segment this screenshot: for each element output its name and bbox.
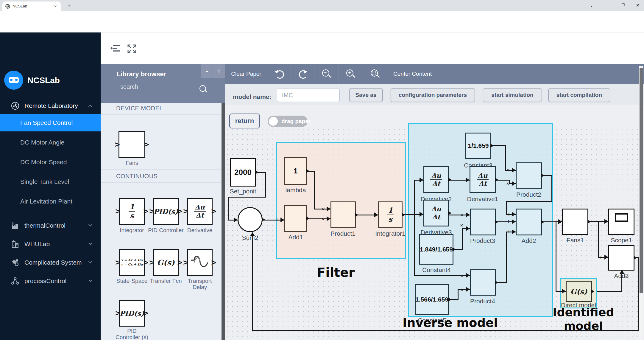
browser-tab-strip: NCSLab bbox=[0, 0, 644, 11]
return-button[interactable]: return bbox=[229, 114, 260, 128]
library-collapse-button[interactable]: - bbox=[201, 64, 213, 78]
vr-goggles-icon bbox=[9, 77, 19, 83]
sidebar: NCSLab Remote Laboratory Fan Speed Contr… bbox=[0, 32, 101, 340]
chevron-down-icon bbox=[88, 241, 92, 245]
block-direct-model[interactable]: G(s) bbox=[566, 281, 592, 302]
canvas-scrollbar-thumb[interactable] bbox=[640, 68, 643, 293]
drag-paper-knob[interactable] bbox=[269, 117, 278, 126]
block-constant3[interactable]: 1/1.659 bbox=[465, 133, 491, 159]
library-block-pid-controller[interactable]: >> PID(s) bbox=[153, 198, 179, 225]
block-product1[interactable] bbox=[330, 201, 356, 228]
block-sum2[interactable] bbox=[238, 207, 263, 232]
sidebar-item-processcontrol[interactable]: processControl bbox=[0, 273, 101, 289]
search-underline bbox=[116, 95, 209, 95]
zoom-fit-button[interactable] bbox=[363, 64, 387, 84]
x-mark bbox=[460, 288, 464, 292]
redo-button[interactable] bbox=[291, 64, 314, 84]
sidebar-item-dc-motor-angle[interactable]: DC Motor Angle bbox=[0, 134, 101, 151]
sidebar-item-dc-motor-speed[interactable]: DC Motor Speed bbox=[0, 153, 101, 171]
block-product2[interactable] bbox=[516, 162, 542, 189]
start-compilation-button[interactable]: start compilation bbox=[548, 88, 610, 102]
arrowhead bbox=[466, 287, 470, 292]
search-icon[interactable] bbox=[199, 85, 208, 94]
block-constant4[interactable]: 1.849/1.659 bbox=[419, 234, 453, 265]
browser-tab[interactable]: NCSLab bbox=[2, 1, 61, 11]
library-block-label: Controller (s) bbox=[113, 334, 151, 340]
sidebar-item-remote-laboratory[interactable]: Remote Laboratory bbox=[0, 97, 101, 114]
collapse-sidebar-icon[interactable] bbox=[110, 44, 121, 53]
library-title: Library browser bbox=[117, 70, 166, 78]
zoom-fit-icon bbox=[370, 69, 380, 79]
start-simulation-button[interactable]: start simulation bbox=[483, 88, 542, 102]
library-search-input[interactable] bbox=[120, 83, 189, 90]
sidebar-item-whulab[interactable]: WHULab bbox=[0, 236, 101, 252]
window-close-icon[interactable] bbox=[632, 1, 644, 10]
block-label: Sum2 bbox=[226, 234, 274, 241]
block-add2[interactable] bbox=[516, 209, 542, 235]
library-block-label: PID Controller bbox=[145, 227, 187, 234]
sidebar-item-label: Complicated System bbox=[24, 259, 82, 266]
library-expand-button[interactable]: + bbox=[213, 64, 225, 78]
zoom-in-button[interactable] bbox=[339, 64, 363, 84]
library-block-integrator[interactable]: >> 1s bbox=[119, 198, 145, 225]
block-scope1[interactable] bbox=[608, 209, 634, 235]
window-minimize-icon[interactable] bbox=[601, 1, 613, 10]
save-as-button[interactable]: Save as bbox=[349, 88, 383, 102]
block-label: lambda bbox=[272, 187, 319, 194]
block-derivative3[interactable]: ΔuΔt bbox=[423, 200, 449, 226]
block-fans1[interactable] bbox=[562, 209, 588, 235]
sidebar-item-complicated-system[interactable]: Complicated System bbox=[0, 254, 101, 271]
arrowhead bbox=[562, 289, 566, 294]
block-derivative2[interactable]: ΔuΔt bbox=[423, 166, 449, 193]
sidebar-item-air-levitation-plant[interactable]: Air Levitation Plant bbox=[0, 193, 101, 210]
undo-button[interactable] bbox=[268, 64, 291, 84]
arrowhead bbox=[420, 178, 423, 182]
plus-mark bbox=[275, 218, 279, 222]
fullscreen-icon[interactable] bbox=[127, 44, 137, 54]
sidebar-item-single-tank-level[interactable]: Single Tank Level bbox=[0, 173, 101, 190]
library-block-fans[interactable]: >> bbox=[118, 131, 145, 158]
library-block-pid-controller-s[interactable]: >> PID(s) bbox=[119, 300, 145, 327]
sidebar-item-label: processControl bbox=[24, 277, 66, 285]
scope-screen-icon bbox=[615, 213, 628, 222]
undo-icon bbox=[275, 69, 284, 78]
block-derivative1[interactable]: ΔuΔt bbox=[470, 166, 496, 193]
sidebar-item-label: Air Levitation Plant bbox=[20, 198, 72, 205]
block-label: Constant4 bbox=[413, 266, 460, 274]
buildings-icon bbox=[11, 240, 20, 248]
block-constant5[interactable]: 1.566/1.659 bbox=[415, 284, 449, 315]
library-block-derivative[interactable]: >> ΔuΔt bbox=[187, 198, 213, 225]
zoom-out-button[interactable] bbox=[314, 64, 339, 84]
library-block-label: State-Space bbox=[114, 278, 150, 284]
window-chevron-icon[interactable] bbox=[585, 1, 597, 10]
model-name-input[interactable] bbox=[277, 88, 340, 102]
block-lambda[interactable]: 1 bbox=[284, 157, 307, 185]
center-content-button[interactable]: Center Content bbox=[387, 64, 438, 84]
arrowhead bbox=[604, 219, 608, 224]
library-scrollbar[interactable] bbox=[222, 103, 225, 340]
block-product4[interactable] bbox=[470, 269, 496, 296]
block-add3[interactable] bbox=[608, 245, 634, 271]
library-block-transfer-fcn[interactable]: >> G(s) bbox=[153, 249, 179, 276]
library-block-state-space[interactable]: >> ẋ = Ax + Buy = Cx + Du bbox=[119, 249, 145, 276]
block-label: Fans1 bbox=[551, 237, 599, 244]
library-block-transport-delay[interactable]: >> bbox=[187, 249, 213, 276]
sidebar-item-label: Single Tank Level bbox=[20, 178, 69, 185]
wire bbox=[597, 291, 622, 292]
library-block-label: Transfer Fcn bbox=[148, 278, 184, 284]
block-integrator1[interactable]: 1s bbox=[378, 201, 403, 228]
block-product3[interactable] bbox=[470, 209, 496, 235]
wire bbox=[458, 290, 459, 300]
block-set-point[interactable]: 2000 bbox=[230, 158, 256, 187]
new-tab-icon[interactable] bbox=[65, 2, 73, 10]
configuration-parameters-button[interactable]: configuration parameters bbox=[391, 88, 475, 102]
block-add1[interactable] bbox=[284, 205, 307, 232]
tab-close-icon[interactable] bbox=[53, 4, 58, 9]
sidebar-item-fan-speed-control[interactable]: Fan Speed Control bbox=[0, 114, 101, 131]
sidebar-item-thermalcontrol[interactable]: thermalControl bbox=[0, 217, 101, 234]
arrowhead bbox=[374, 212, 378, 217]
window-restore-icon[interactable] bbox=[616, 1, 628, 10]
x-mark bbox=[506, 181, 509, 186]
sidebar-item-label: thermalControl bbox=[24, 222, 66, 229]
clear-paper-button[interactable]: Clear Paper bbox=[225, 64, 268, 84]
